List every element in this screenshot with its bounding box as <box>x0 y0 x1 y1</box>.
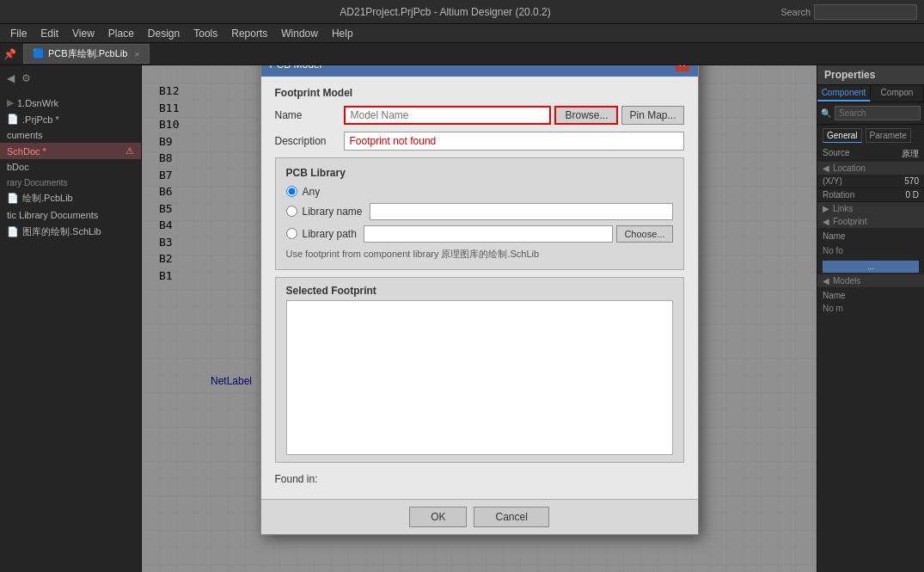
source-value: 原理 <box>902 148 919 160</box>
footprint-arrow: ◀ <box>823 217 829 226</box>
models-name-label: Name <box>817 287 924 302</box>
project-tree: ▶ 1.DsnWrk 📄 .PrjPcb * cuments SchDoc * … <box>0 91 141 244</box>
radio-libname-row: Library name <box>286 203 673 220</box>
source-row: Source 原理 <box>817 146 924 162</box>
static-lib-header[interactable]: tic Library Documents <box>0 207 141 223</box>
library-path-input[interactable] <box>364 225 614 243</box>
location-label: Location <box>833 163 866 173</box>
links-section-header: ▶ Links <box>817 202 924 215</box>
pin-icon: 📌 <box>3 48 16 60</box>
menu-file[interactable]: File <box>3 26 34 41</box>
source-label: Source <box>823 148 850 160</box>
radio-library-name[interactable] <box>286 206 297 217</box>
dialog-footer: OK Cancel <box>261 499 698 534</box>
choose-button[interactable]: Choose... <box>616 225 672 243</box>
radio-libpath-row: Library path Choose... <box>286 225 673 243</box>
location-section-header: ◀ Location <box>817 162 924 175</box>
description-value: Footprint not found <box>344 132 684 151</box>
top-controls: ◀ ⚙ <box>0 65 141 91</box>
footprint-section-header: ◀ Footprint <box>817 215 924 228</box>
xy-label: (X/Y) <box>823 176 842 186</box>
pcb-model-dialog: PCB Model ✕ Footprint Model Name Browse.… <box>260 65 699 535</box>
menu-place[interactable]: Place <box>101 26 141 41</box>
models-section-header: ◀ Models <box>817 274 924 287</box>
pcblib-item[interactable]: 📄 绘制.PcbLib <box>0 189 141 207</box>
tab-pcblib-icon: 🟦 <box>33 48 45 59</box>
search-top-label: Search <box>780 7 811 17</box>
pinmap-button[interactable]: Pin Map... <box>621 106 683 125</box>
location-arrow: ◀ <box>823 163 829 173</box>
tab-pcblib[interactable]: 🟦 PCB库绘制.PcbLib × <box>23 44 150 64</box>
project-schdoc[interactable]: SchDoc * ⚠ <box>0 143 141 159</box>
properties-tabs: Component Compon <box>817 85 924 102</box>
titlebar: AD21Project.PrjPcb - Altium Designer (20… <box>0 0 924 24</box>
general-tab[interactable]: General <box>823 128 862 143</box>
item-label: bDoc <box>7 162 29 172</box>
properties-subtabs: General Paramete <box>817 125 924 146</box>
properties-search-input[interactable] <box>835 106 921 120</box>
browse-button[interactable]: Browse... <box>554 106 618 125</box>
fp-browse-button[interactable]: ... <box>823 261 919 273</box>
search-icon: 🔍 <box>821 108 831 118</box>
item-label: SchDoc * <box>7 146 46 157</box>
fp-name-label: Name <box>817 228 924 243</box>
radio-any-label: Any <box>303 186 321 198</box>
menu-tools[interactable]: Tools <box>187 26 224 41</box>
models-no: No m <box>817 302 924 315</box>
dialog-close-button[interactable]: ✕ <box>676 65 689 71</box>
name-input[interactable] <box>344 106 552 125</box>
menu-help[interactable]: Help <box>325 26 360 41</box>
menu-edit[interactable]: Edit <box>34 26 65 41</box>
center-canvas: B12 B11 B10 B9 B8 B7 B6 B5 B4 B3 B2 B1 N… <box>142 65 817 572</box>
properties-search: 🔍 <box>817 102 924 125</box>
menubar: File Edit View Place Design Tools Report… <box>0 24 924 43</box>
file-icon2: 📄 <box>7 193 19 204</box>
main-layout: ◀ ⚙ ▶ 1.DsnWrk 📄 .PrjPcb * cuments SchDo… <box>0 65 924 572</box>
file-icon: 📄 <box>7 114 19 125</box>
dialog-titlebar: PCB Model ✕ <box>261 65 698 77</box>
gear-icon[interactable]: ⚙ <box>21 72 31 84</box>
fp-no-footprint: No fo <box>817 243 924 259</box>
menu-view[interactable]: View <box>65 26 101 41</box>
library-name-input[interactable] <box>370 203 673 220</box>
xy-value: 570 <box>904 176 919 186</box>
found-in-label: Found in: <box>275 473 318 485</box>
ok-button[interactable]: OK <box>409 507 467 527</box>
menu-window[interactable]: Window <box>274 26 325 41</box>
project-dsnwrk[interactable]: ▶ 1.DsnWrk <box>0 95 141 111</box>
models-arrow: ◀ <box>823 276 829 286</box>
menu-reports[interactable]: Reports <box>224 26 274 41</box>
menu-design[interactable]: Design <box>141 26 187 41</box>
cancel-button[interactable]: Cancel <box>474 507 548 527</box>
rotation-value: 0 D <box>905 190 919 200</box>
parameters-tab[interactable]: Paramete <box>866 128 911 143</box>
description-row: Description Footprint not found <box>275 132 684 151</box>
tab-pcblib-close[interactable]: × <box>134 49 139 59</box>
error-icon: ⚠ <box>125 145 134 157</box>
properties-tab-compon[interactable]: Compon <box>871 85 924 101</box>
xy-row: (X/Y) 570 <box>817 175 924 188</box>
pcb-library-section: PCB Library Any Library name <box>275 157 684 270</box>
description-label: Description <box>275 135 344 147</box>
rotation-label: Rotation <box>823 190 854 200</box>
project-prjpcb[interactable]: 📄 .PrjPcb * <box>0 111 141 127</box>
dialog-body: Footprint Model Name Browse... Pin Map..… <box>261 77 698 499</box>
collapse-icon[interactable]: ◀ <box>7 72 15 84</box>
left-panel: ◀ ⚙ ▶ 1.DsnWrk 📄 .PrjPcb * cuments SchDo… <box>0 65 142 572</box>
tab-pcblib-label: PCB库绘制.PcbLib <box>48 47 127 60</box>
schematic-background: B12 B11 B10 B9 B8 B7 B6 B5 B4 B3 B2 B1 N… <box>142 65 817 572</box>
properties-tab-component[interactable]: Component <box>817 85 871 101</box>
found-in-row: Found in: <box>275 470 684 489</box>
project-bdoc[interactable]: bDoc <box>0 159 141 175</box>
library-section-header: rary Documents <box>0 175 141 189</box>
schlib-item[interactable]: 📄 图库的绘制.SchLib <box>0 223 141 241</box>
file-icon3: 📄 <box>7 226 19 237</box>
search-top-input[interactable] <box>814 4 917 20</box>
selected-footprint-section: Selected Footprint <box>275 277 684 463</box>
radio-library-path[interactable] <box>286 228 297 239</box>
radio-any[interactable] <box>286 186 297 197</box>
project-documents[interactable]: cuments <box>0 127 141 143</box>
app-title: AD21Project.PrjPcb - Altium Designer (20… <box>110 6 780 18</box>
right-panel: Properties Component Compon 🔍 General Pa… <box>817 65 924 572</box>
footprint-preview <box>286 300 673 455</box>
